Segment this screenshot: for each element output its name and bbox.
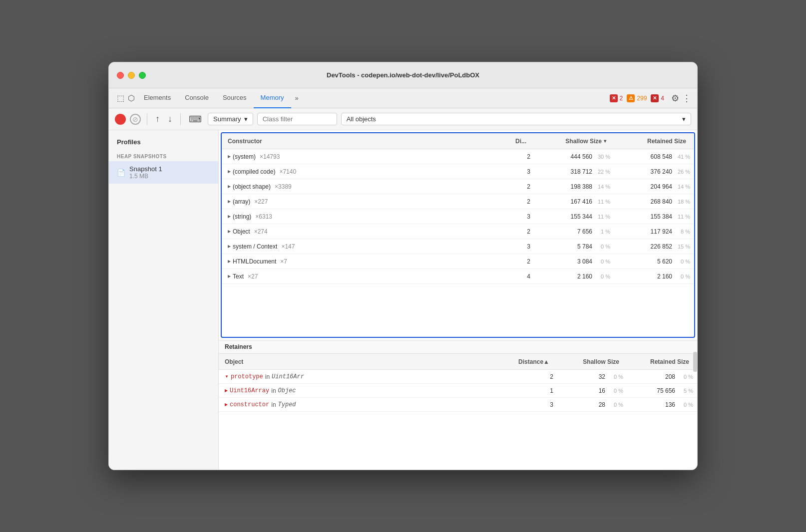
- record-button[interactable]: [115, 114, 126, 125]
- retained-pct: 15 %: [674, 244, 690, 250]
- close-button[interactable]: [117, 72, 124, 79]
- row-count: ×27: [248, 273, 258, 280]
- summary-dropdown[interactable]: Summary ▾: [208, 113, 253, 125]
- chevron-down-icon: ▾: [244, 115, 248, 123]
- table-row[interactable]: ▶ (compiled code) ×7140 3 318 712 22 % 3…: [222, 164, 694, 179]
- retainer-row[interactable]: ▼ prototype in Uint16Arr 2 32 0 % 208 0 …: [219, 370, 697, 384]
- tab-memory[interactable]: Memory: [254, 88, 291, 108]
- row-name: Object: [233, 228, 250, 235]
- snapshot-icon: 📄: [117, 169, 125, 177]
- td-constructor: ▶ Text ×27: [222, 273, 504, 280]
- table-row[interactable]: ▶ Text ×27 4 2 160 0 % 2 160 0 %: [222, 269, 694, 284]
- retained-value: 204 964: [651, 183, 672, 190]
- more-icon[interactable]: ⋮: [682, 93, 691, 104]
- window-title: DevTools - codepen.io/web-dot-dev/live/P…: [327, 71, 479, 79]
- shallow-pct: 11 %: [594, 199, 610, 205]
- error-badge: ✕ 2: [610, 94, 623, 102]
- td-retained: 376 240 26 %: [614, 168, 694, 175]
- inspector-icon[interactable]: ⬚: [115, 93, 126, 104]
- upload-icon[interactable]: ↑: [153, 112, 162, 126]
- shallow-pct: 0 %: [594, 273, 610, 279]
- expand-icon[interactable]: ▶: [228, 229, 231, 234]
- tab-sources[interactable]: Sources: [216, 88, 254, 108]
- row-name: (string): [233, 213, 251, 220]
- shallow-value: 444 560: [571, 153, 592, 160]
- rtd-shallow: 16 0 %: [557, 387, 627, 394]
- retained-pct: 0 %: [674, 273, 690, 279]
- th-shallow[interactable]: Shallow Size ▾: [530, 138, 610, 145]
- expand-icon[interactable]: ▶: [228, 199, 231, 204]
- tab-elements[interactable]: Elements: [137, 88, 178, 108]
- shallow-pct: 0 %: [607, 374, 623, 380]
- devtools-window: DevTools - codepen.io/web-dot-dev/live/P…: [108, 62, 698, 470]
- table-header: Constructor Di... Shallow Size ▾ Retaine…: [222, 133, 694, 149]
- minimize-button[interactable]: [128, 72, 135, 79]
- download-icon[interactable]: ↓: [166, 112, 174, 126]
- expand-icon[interactable]: ▶: [228, 214, 231, 219]
- table-row[interactable]: ▶ (string) ×6313 3 155 344 11 % 155 384 …: [222, 209, 694, 224]
- expand-icon[interactable]: ▼: [225, 374, 229, 379]
- all-objects-dropdown[interactable]: All objects ▾: [341, 113, 691, 125]
- retained-value: 136: [665, 401, 675, 408]
- expand-icon[interactable]: ▶: [225, 388, 228, 393]
- td-distance: 4: [504, 273, 534, 280]
- tab-more[interactable]: »: [291, 94, 303, 102]
- content-area: Profiles HEAP SNAPSHOTS 📄 Snapshot 1 1.5…: [109, 130, 697, 470]
- td-constructor: ▶ Object ×274: [222, 228, 504, 235]
- retainers-section: Retainers Object Distance▲ Shallow Size …: [219, 340, 697, 470]
- expand-icon[interactable]: ▶: [228, 154, 231, 159]
- table-row[interactable]: ▶ (object shape) ×3389 2 198 388 14 % 20…: [222, 179, 694, 194]
- expand-icon[interactable]: ▶: [228, 259, 231, 264]
- sidebar-item-snapshot1[interactable]: 📄 Snapshot 1 1.5 MB: [109, 161, 218, 184]
- constructor-rows: ▶ (system) ×14793 2 444 560 30 % 608 548…: [222, 149, 694, 284]
- td-shallow: 155 344 11 %: [534, 213, 614, 220]
- shallow-pct: 1 %: [594, 229, 610, 235]
- td-distance: 2: [504, 198, 534, 205]
- table-row[interactable]: ▶ Object ×274 2 7 656 1 % 117 924 8 %: [222, 224, 694, 239]
- tab-console[interactable]: Console: [178, 88, 216, 108]
- retainer-keyword: prototype: [231, 373, 263, 380]
- constructor-table: Constructor Di... Shallow Size ▾ Retaine…: [221, 132, 695, 338]
- table-row[interactable]: ▶ (array) ×227 2 167 416 11 % 268 840 18…: [222, 194, 694, 209]
- expand-icon[interactable]: ▶: [228, 184, 231, 189]
- rtd-object: ▶ constructor in Typed: [219, 401, 507, 408]
- rtd-object: ▼ prototype in Uint16Arr: [219, 373, 507, 380]
- shallow-pct: 0 %: [607, 402, 623, 408]
- expand-icon[interactable]: ▶: [225, 402, 228, 407]
- row-name: HTMLDocument: [233, 258, 276, 265]
- td-retained: 608 548 41 %: [614, 153, 694, 160]
- table-row[interactable]: ▶ HTMLDocument ×7 2 3 084 0 % 5 620 0 %: [222, 254, 694, 269]
- rtd-distance: 2: [507, 373, 557, 380]
- table-row[interactable]: ▶ (system) ×14793 2 444 560 30 % 608 548…: [222, 149, 694, 164]
- retained-value: 155 384: [651, 213, 672, 220]
- row-count: ×3389: [275, 183, 292, 190]
- row-name: (system): [233, 153, 256, 160]
- collect-icon[interactable]: ⌨: [187, 112, 204, 127]
- shallow-value: 5 784: [577, 243, 592, 250]
- row-count: ×6313: [255, 213, 272, 220]
- expand-icon[interactable]: ▶: [228, 244, 231, 249]
- sort-arrow-icon: ▾: [604, 138, 606, 144]
- table-row[interactable]: ▶ system / Context ×147 3 5 784 0 % 226 …: [222, 239, 694, 254]
- shallow-pct: 0 %: [594, 259, 610, 265]
- class-filter-input[interactable]: [257, 113, 337, 125]
- rth-retained: Retained Size: [623, 358, 693, 365]
- td-distance: 3: [504, 213, 534, 220]
- retainer-row[interactable]: ▶ constructor in Typed 3 28 0 % 136 0 %: [219, 398, 697, 412]
- rth-distance[interactable]: Distance▲: [503, 358, 553, 365]
- device-icon[interactable]: ⬡: [126, 93, 137, 104]
- expand-icon[interactable]: ▶: [228, 169, 231, 174]
- shallow-pct: 14 %: [594, 184, 610, 190]
- settings-icon[interactable]: ⚙: [671, 93, 679, 104]
- retained-value: 117 924: [651, 228, 672, 235]
- stop-button[interactable]: ⊘: [130, 114, 141, 125]
- scrollbar-thumb[interactable]: [693, 352, 697, 372]
- rtd-shallow: 32 0 %: [557, 373, 627, 380]
- td-distance: 2: [504, 228, 534, 235]
- expand-icon[interactable]: ▶: [228, 274, 231, 278]
- row-name: system / Context: [233, 243, 277, 250]
- maximize-button[interactable]: [139, 72, 146, 79]
- retainer-sep: in: [271, 401, 276, 408]
- retainer-row[interactable]: ▶ Uint16Array in Objec 1 16 0 % 75 656 5…: [219, 384, 697, 398]
- rtd-retained: 208 0 %: [627, 373, 697, 380]
